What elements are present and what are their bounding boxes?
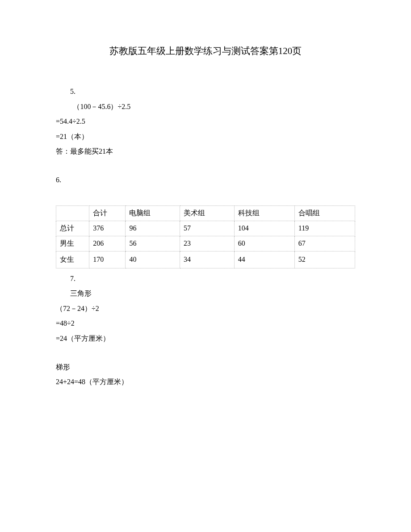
table-cell: 170 [89, 251, 126, 268]
q7-shape1: 三角形 [56, 286, 355, 301]
q5-step-2: =54.4÷2.5 [56, 114, 355, 129]
q5-step-1: （100－45.6）÷2.5 [56, 99, 355, 114]
page-title: 苏教版五年级上册数学练习与测试答案第120页 [56, 45, 355, 57]
table-header-cell: 合计 [89, 205, 126, 221]
table-cell: 男生 [56, 236, 89, 251]
table-cell: 52 [294, 251, 355, 268]
table-cell: 376 [89, 221, 126, 236]
table-row: 女生 170 40 34 44 52 [56, 251, 355, 268]
table-header-cell: 电脑组 [126, 205, 180, 221]
table-cell: 67 [294, 236, 355, 251]
document-page: 苏教版五年级上册数学练习与测试答案第120页 5. （100－45.6）÷2.5… [0, 0, 411, 390]
table-cell: 40 [126, 251, 180, 268]
q7-step-2: =48÷2 [56, 316, 355, 331]
table-header-row: 合计 电脑组 美术组 科技组 合唱组 [56, 205, 355, 221]
q7-step-3: =24（平方厘米） [56, 331, 355, 346]
table-row: 男生 206 56 23 60 67 [56, 236, 355, 251]
table-header-cell: 科技组 [234, 205, 294, 221]
table-cell: 119 [294, 221, 355, 236]
table-header-cell: 合唱组 [294, 205, 355, 221]
table-cell: 56 [126, 236, 180, 251]
q7-number: 7. [56, 271, 355, 286]
q7-step-4: 24+24=48（平方厘米） [56, 374, 355, 390]
q5-number: 5. [56, 84, 355, 99]
table-cell: 60 [234, 236, 294, 251]
q6-table: 合计 电脑组 美术组 科技组 合唱组 总计 376 96 57 104 119 … [56, 205, 355, 268]
table-cell: 104 [234, 221, 294, 236]
q5-step-3: =21（本） [56, 129, 355, 144]
q7-step-1: （72－24）÷2 [56, 301, 355, 316]
table-header-cell [56, 205, 89, 221]
table-cell: 57 [180, 221, 235, 236]
q6-number: 6. [56, 172, 355, 188]
q7-shape2: 梯形 [56, 360, 355, 375]
q5-answer: 答：最多能买21本 [56, 144, 355, 159]
table-header-cell: 美术组 [180, 205, 235, 221]
table-cell: 女生 [56, 251, 89, 268]
table-cell: 96 [126, 221, 180, 236]
table-cell: 总计 [56, 221, 89, 236]
table-cell: 23 [180, 236, 235, 251]
table-cell: 34 [180, 251, 235, 268]
table-cell: 44 [234, 251, 294, 268]
table-cell: 206 [89, 236, 126, 251]
table-row: 总计 376 96 57 104 119 [56, 221, 355, 236]
